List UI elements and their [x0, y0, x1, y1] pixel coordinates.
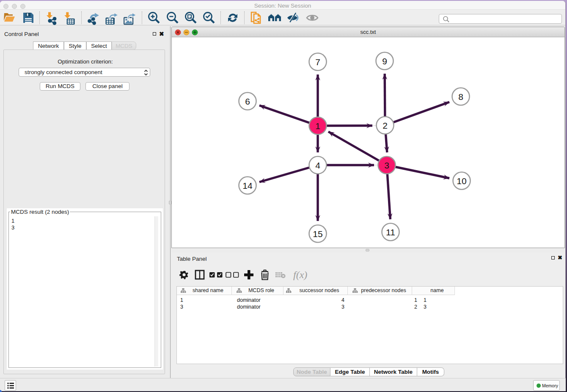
svg-text:2: 2 [383, 121, 388, 130]
svg-text:8: 8 [458, 92, 463, 102]
svg-text:4: 4 [315, 160, 320, 170]
svg-text:15: 15 [313, 229, 322, 239]
svg-text:9: 9 [382, 56, 387, 66]
svg-text:3: 3 [384, 160, 389, 170]
svg-text:11: 11 [386, 227, 395, 237]
svg-text:7: 7 [315, 57, 320, 67]
svg-text:1: 1 [315, 121, 320, 131]
svg-text:f(x): f(x) [293, 269, 307, 280]
svg-text:14: 14 [242, 181, 253, 190]
svg-text:10: 10 [457, 176, 466, 186]
svg-text:6: 6 [245, 97, 250, 106]
